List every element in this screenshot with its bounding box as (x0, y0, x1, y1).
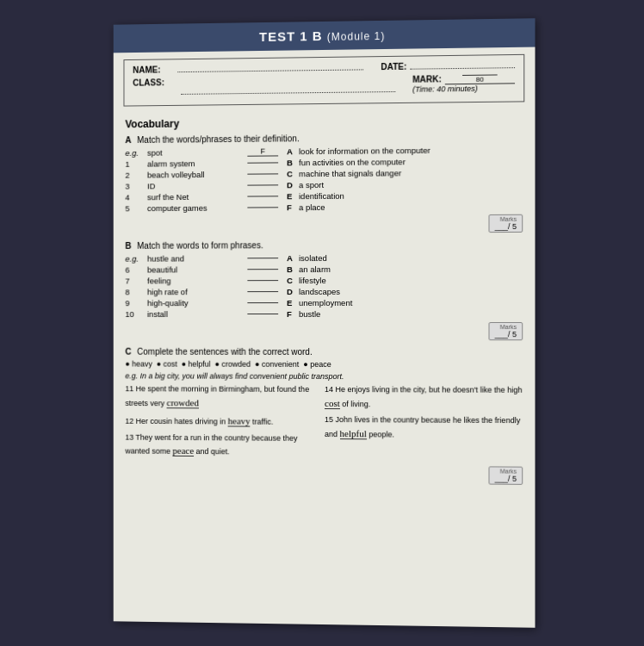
part-a-letter: A (125, 135, 131, 145)
def-c-text: machine that signals danger (299, 168, 401, 178)
def-b-letter: B (287, 158, 295, 167)
date-label: DATE: (381, 62, 406, 71)
part-a-ans-3 (247, 184, 278, 185)
part-b-word-10: install (147, 309, 244, 319)
part-b-letter: B (125, 241, 131, 251)
def-c-letter: C (287, 169, 295, 178)
defb-e-text: unemployment (299, 298, 352, 307)
sentence-14: 14 He enjoys living in the city, but he … (325, 384, 523, 411)
s13-num: 13 (125, 432, 133, 441)
sentence-11: 11 He spent the morning in Birmingham, b… (125, 383, 319, 410)
part-c-marks-value: ___/ 5 (495, 474, 517, 482)
s13-answer: peace (172, 445, 194, 457)
part-b-num-10: 10 (125, 309, 144, 319)
part-c-header: C Complete the sentences with the correc… (125, 347, 523, 357)
part-a-ans-4 (247, 196, 278, 196)
part-b-ans-6 (247, 269, 278, 270)
time-note: (Time: 40 minutes) (412, 84, 478, 94)
part-b-ans-7 (247, 280, 278, 281)
s12-answer: heavy (228, 415, 251, 426)
part-b-eg-answer (247, 258, 278, 258)
sentence-15: 15 John lives in the country because he … (325, 414, 523, 441)
part-a-marks-value: ___/ 5 (495, 222, 517, 231)
part-a-ans-5 (247, 207, 278, 208)
test-header: TEST 1 B (Module 1) (114, 18, 536, 53)
def-e-text: identification (299, 191, 344, 201)
s14-answer: cost (325, 398, 340, 409)
part-b-marks-label: Marks (495, 324, 517, 330)
part-a-eg-num: e.g. (125, 148, 144, 158)
sentences-grid: 11 He spent the morning in Birmingham, b… (125, 383, 523, 464)
s15-answer: helpful (340, 428, 367, 439)
def-a-letter: A (287, 146, 295, 156)
part-a-num-2: 2 (125, 171, 144, 180)
part-a-ans-1 (247, 162, 278, 163)
s12-num: 12 (125, 417, 133, 425)
sentences-left: 11 He spent the morning in Birmingham, b… (125, 383, 319, 463)
part-a-header: A Match the words/phrases to their defin… (125, 132, 523, 145)
sentence-13: 13 They went for a run in the country be… (125, 432, 319, 458)
def-f-text: a place (299, 202, 325, 212)
part-a-word-2: beach volleyball (147, 170, 244, 180)
defb-c-text: lifestyle (299, 276, 326, 285)
part-a-definitions: A look for information on the computer B… (287, 145, 523, 214)
part-a-num-5: 5 (125, 203, 144, 213)
part-b-num-8: 8 (125, 287, 144, 296)
part-b-ans-8 (247, 291, 278, 292)
class-label: CLASS: (133, 78, 164, 96)
defb-f-text: bustle (299, 309, 320, 319)
part-c-instruction: Complete the sentences with the correct … (137, 347, 313, 357)
mark-denom: 80 (476, 76, 484, 84)
s11-num: 11 (125, 384, 133, 393)
part-a-eg-answer: F (247, 146, 278, 156)
def-a-text: look for information on the computer (299, 146, 430, 156)
part-a-word-4: surf the Net (147, 192, 244, 202)
part-a-word-5: computer games (147, 203, 244, 214)
part-a-instruction: Match the words/phrases to their definit… (137, 134, 300, 145)
part-b-definitions: A isolated B an alarm C lifestyle D (287, 252, 523, 320)
test-content: Vocabulary A Match the words/phrases to … (114, 109, 536, 500)
part-b-marks-value: ___/ 5 (495, 330, 517, 339)
s14-num: 14 (325, 385, 333, 394)
part-b-num-9: 9 (125, 298, 144, 307)
part-b-eg-word: hustle and (147, 253, 244, 263)
defb-b-text: an alarm (299, 264, 331, 274)
part-b-ans-9 (247, 302, 278, 303)
part-a-eg-word: spot (147, 147, 244, 158)
part-b-eg-num: e.g. (125, 254, 144, 264)
def-e-letter: E (287, 191, 295, 201)
part-a-words: e.g. spot F 1 alarm system 2 beach volle… (125, 146, 278, 214)
class-dots (182, 75, 395, 95)
defb-d-text: landscapes (299, 287, 340, 296)
def-d-text: a sport (299, 180, 324, 189)
screen-background: TEST 1 B (Module 1) NAME: DATE: CLASS: (0, 0, 644, 646)
def-d-letter: D (287, 180, 295, 189)
s11-answer: crowded (167, 397, 199, 408)
test-paper: TEST 1 B (Module 1) NAME: DATE: CLASS: (114, 18, 536, 628)
info-box: NAME: DATE: CLASS: MARK: (123, 54, 524, 107)
part-b-word-8: high rate of (147, 287, 244, 296)
part-a-num-3: 3 (125, 181, 144, 190)
word-bank: ● heavy ● cost ● helpful ● crowded ● con… (125, 360, 523, 370)
part-b: B Match the words to form phrases. e.g. … (125, 239, 523, 340)
part-c-letter: C (125, 347, 131, 357)
part-b-word-9: high-quality (147, 298, 244, 307)
part-a-num-4: 4 (125, 192, 144, 202)
part-a-word-3: ID (147, 181, 244, 191)
def-b-text: fun activities on the computer (299, 157, 406, 167)
part-b-num-7: 7 (125, 276, 144, 285)
part-b-word-6: beautiful (147, 264, 244, 274)
part-b-instruction: Match the words to form phrases. (137, 240, 263, 251)
vocabulary-title: Vocabulary (125, 115, 523, 131)
part-b-header: B Match the words to form phrases. (125, 239, 523, 251)
module-label: (Module 1) (327, 30, 386, 43)
name-label: NAME: (133, 65, 160, 74)
part-c: C Complete the sentences with the correc… (125, 347, 523, 485)
part-b-words: e.g. hustle and 6 beautiful 7 feeling (125, 253, 278, 320)
mark-field: MARK: 80 (Time: 40 minutes) (412, 73, 515, 94)
date-field: DATE: (381, 60, 515, 71)
part-b-word-7: feeling (147, 276, 244, 285)
sentence-12: 12 Her cousin hates driving in heavy tra… (125, 413, 319, 429)
part-a-ans-2 (247, 173, 278, 174)
def-f-letter: F (287, 202, 295, 212)
